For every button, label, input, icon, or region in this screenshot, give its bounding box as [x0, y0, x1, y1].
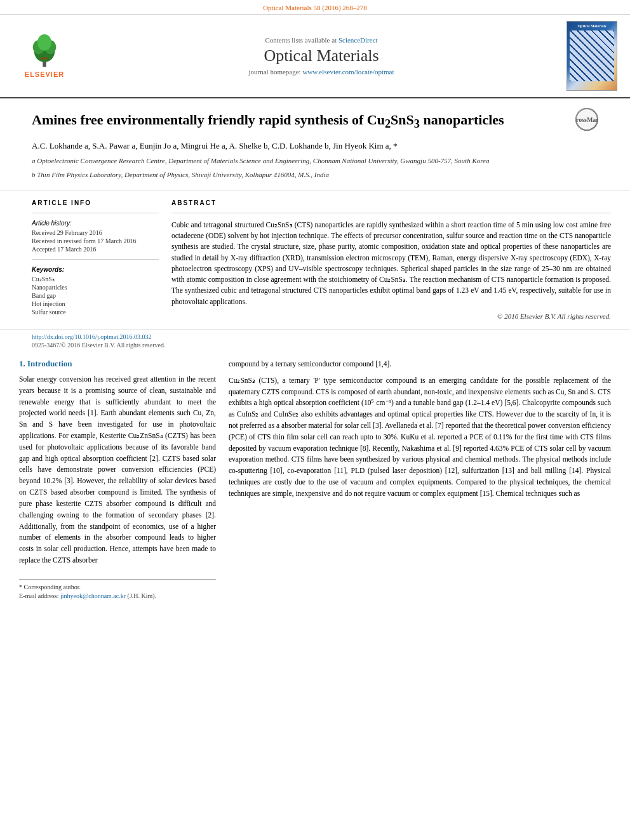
- crossmark-icon: CrossMark: [575, 108, 598, 131]
- copyright-notice: © 2016 Elsevier B.V. All rights reserved…: [171, 312, 611, 320]
- abstract-section: ABSTRACT Cubic and tetragonal structured…: [171, 199, 611, 320]
- cover-title: Optical Materials: [577, 24, 606, 28]
- abstract-text: Cubic and tetragonal structured Cu₂SnS₃ …: [171, 220, 611, 307]
- issn-line: 0925-3467/© 2016 Elsevier B.V. All right…: [0, 342, 630, 352]
- journal-homepage: journal homepage: www.elsevier.com/locat…: [76, 68, 566, 76]
- homepage-link[interactable]: www.elsevier.com/locate/optmat: [302, 68, 394, 76]
- article-header: Amines free environmentally friendly rap…: [0, 98, 630, 190]
- contents-line: Contents lists available at ScienceDirec…: [76, 36, 566, 44]
- author-list: A.C. Lokhande a, S.A. Pawar a, Eunjin Jo…: [32, 141, 598, 151]
- introduction-left-text: Solar energy conversion has received gre…: [19, 374, 216, 566]
- journal-header: ELSEVIER Contents lists available at Sci…: [0, 15, 630, 98]
- elsevier-tree-icon: [25, 34, 64, 69]
- doi-line: http://dx.doi.org/10.1016/j.optmat.2016.…: [0, 330, 630, 342]
- right-column: compound by a ternary semiconductor comp…: [229, 359, 611, 601]
- received-revised-date: Received in revised form 17 March 2016: [32, 237, 159, 244]
- email-note: E-mail address: jinhyeok@chonnam.ac.kr (…: [19, 592, 216, 599]
- svg-rect-5: [41, 57, 48, 59]
- journal-citation: Optical Materials 58 (2016) 268–278: [0, 0, 630, 15]
- keyword-3: Band gap: [32, 292, 159, 299]
- crossmark-badge: CrossMark: [575, 108, 598, 131]
- article-title: Amines free environmentally friendly rap…: [32, 111, 569, 132]
- svg-point-4: [37, 34, 51, 51]
- elsevier-wordmark: ELSEVIER: [25, 70, 64, 78]
- abstract-heading: ABSTRACT: [171, 199, 611, 206]
- footnote-area: * Corresponding author. E-mail address: …: [19, 579, 216, 599]
- main-content: 1. Introduction Solar energy conversion …: [0, 352, 630, 614]
- article-info-heading: ARTICLE INFO: [32, 199, 159, 206]
- article-info-abstract: ARTICLE INFO Article history: Received 2…: [0, 190, 630, 330]
- introduction-heading: 1. Introduction: [19, 359, 216, 369]
- keyword-2: Nanoparticles: [32, 284, 159, 291]
- accepted-date: Accepted 17 March 2016: [32, 246, 159, 253]
- keyword-1: Cu₂SnS₃: [32, 276, 159, 283]
- history-label: Article history:: [32, 220, 159, 227]
- sciencedirect-link[interactable]: ScienceDirect: [338, 36, 378, 44]
- affiliation-b: b Thin Film Physics Laboratory, Departme…: [32, 170, 598, 180]
- keyword-5: Sulfur source: [32, 309, 159, 316]
- email-link[interactable]: jinhyeok@chonnam.ac.kr: [60, 592, 126, 599]
- left-column: 1. Introduction Solar energy conversion …: [19, 359, 216, 601]
- elsevier-logo: ELSEVIER: [13, 34, 76, 78]
- keywords-section: Keywords: Cu₂SnS₃ Nanoparticles Band gap…: [32, 259, 159, 316]
- journal-cover-image: Optical Materials: [566, 21, 617, 91]
- introduction-right-text: compound by a ternary semiconductor comp…: [229, 359, 611, 500]
- received-date: Received 29 February 2016: [32, 229, 159, 236]
- keywords-heading: Keywords:: [32, 266, 159, 273]
- journal-center: Contents lists available at ScienceDirec…: [76, 36, 566, 76]
- affiliation-a: a Optoelectronic Convergence Research Ce…: [32, 156, 598, 166]
- corresponding-author-note: * Corresponding author.: [19, 583, 216, 590]
- svg-text:CrossMark: CrossMark: [575, 116, 598, 123]
- keyword-4: Hot injection: [32, 300, 159, 307]
- cover-decorative: [570, 30, 614, 81]
- article-info-panel: ARTICLE INFO Article history: Received 2…: [32, 199, 159, 320]
- journal-title: Optical Materials: [76, 46, 566, 65]
